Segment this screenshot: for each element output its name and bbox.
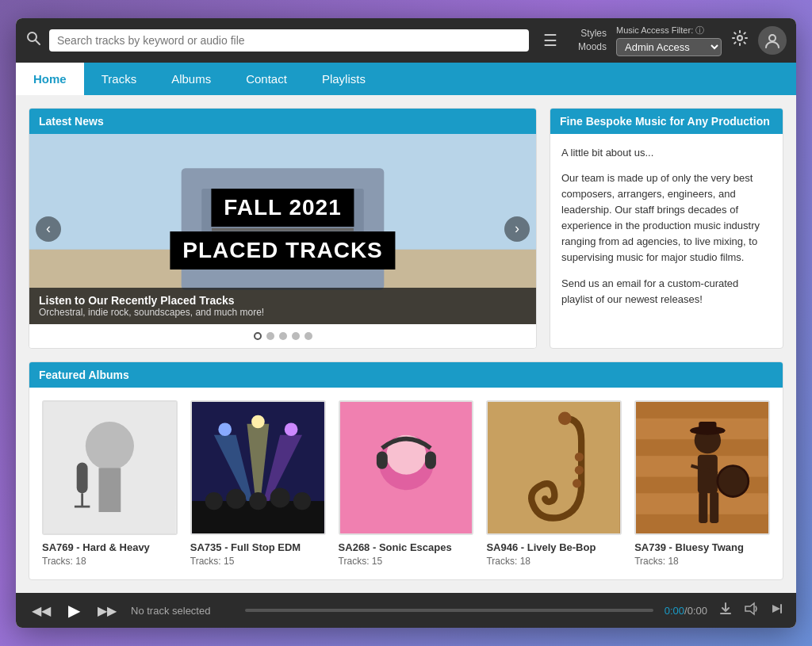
album-thumb-sa739 [634,400,770,536]
album-tracks-sa769: Tracks: 18 [42,556,178,567]
about-panel: Fine Bespoke Music for Any Production A … [550,108,783,349]
latest-news-header: Latest News [29,109,536,134]
svg-point-2 [737,36,742,40]
svg-point-40 [558,411,572,425]
slide-title-1: FALL 2021 [211,189,354,227]
svg-point-31 [249,492,266,510]
player-total-time: 0:00 [688,605,707,617]
player-volume-button[interactable] [744,602,758,620]
svg-point-32 [270,487,289,507]
album-tracks-sa735: Tracks: 15 [190,556,326,567]
access-filter-group: Music Access Filter: ⓘ Admin Access Stan… [616,25,722,56]
svg-rect-39 [488,402,620,534]
album-thumb-sa268 [339,400,474,536]
hamburger-button[interactable]: ☰ [537,28,564,53]
svg-point-16 [86,422,134,470]
latest-news-panel: Latest News [29,108,537,349]
svg-point-33 [293,492,311,510]
about-body1: Our team is made up of only the very bes… [561,170,772,266]
about-header: Fine Bespoke Music for Any Production [550,109,783,134]
slide-caption-sub: Orchestral, indie rock, soundscapes, and… [39,307,527,318]
player-skip-forward-button[interactable]: ▶▶ [94,602,120,620]
slide-next-button[interactable]: › [504,216,530,242]
nav-bar: Home Tracks Albums Contact Playlists [16,63,796,95]
album-tracks-sa946: Tracks: 18 [486,556,622,567]
album-thumb-sa769 [42,400,178,536]
about-intro: A little bit about us... [561,145,772,161]
svg-point-29 [205,492,222,510]
top-section: Latest News [29,108,783,349]
svg-rect-38 [425,451,436,468]
svg-point-30 [226,488,246,508]
settings-icon-button[interactable] [731,29,749,51]
player-play-button[interactable]: ▶ [65,599,83,621]
player-progress-bar[interactable] [245,609,653,612]
access-filter-label: Music Access Filter: ⓘ [616,25,704,36]
album-title-sa739: SA739 - Bluesy Twang [634,541,770,553]
svg-marker-61 [745,603,754,614]
svg-rect-59 [710,492,718,523]
album-card-sa268[interactable]: SA268 - Sonic Escapes Tracks: 15 [339,400,474,568]
nav-tracks[interactable]: Tracks [84,63,154,95]
featured-albums-header: Featured Albums [29,362,783,388]
nav-contact[interactable]: Contact [228,63,304,95]
about-body: A little bit about us... Our team is mad… [550,134,783,319]
featured-albums-panel: Featured Albums [29,361,783,581]
albums-grid: SA769 - Hard & Heavy Tracks: 18 [29,388,783,580]
album-thumb-sa735 [190,400,326,536]
album-tracks-sa268: Tracks: 15 [339,556,474,567]
moods-link[interactable]: Moods [578,41,607,52]
svg-rect-45 [636,402,768,419]
dot-5[interactable] [304,332,312,340]
album-title-sa946: SA946 - Lively Be-Bop [486,541,622,553]
nav-home[interactable]: Home [16,63,84,95]
dot-2[interactable] [266,332,274,340]
album-card-sa946[interactable]: SA946 - Lively Be-Bop Tracks: 18 [486,400,622,568]
svg-rect-37 [376,451,387,468]
album-tracks-sa739: Tracks: 18 [634,556,770,567]
album-title-sa769: SA769 - Hard & Heavy [42,541,178,553]
player-time-display: 0:00/0:00 [665,605,707,617]
svg-rect-60 [720,613,731,614]
dot-3[interactable] [279,332,287,340]
dot-4[interactable] [292,332,300,340]
album-title-sa735: SA735 - Full Stop EDM [190,541,326,553]
album-card-sa769[interactable]: SA769 - Hard & Heavy Tracks: 18 [42,400,178,568]
slideshow: FALL 2021 PLACED TRACKS ‹ › Listen to Ou… [29,134,536,324]
svg-point-42 [575,465,584,474]
svg-point-3 [769,35,776,41]
svg-point-43 [573,479,581,487]
player-skip-back-button[interactable]: ◀◀ [29,602,54,620]
styles-moods-links: Styles Moods [578,28,607,52]
player-bar: ◀◀ ▶ ▶▶ No track selected 0:00/0:00 [16,593,796,628]
search-input[interactable] [49,29,529,52]
styles-link[interactable]: Styles [580,28,607,39]
browser-window: ☰ Styles Moods Music Access Filter: ⓘ Ad… [16,18,796,629]
user-avatar-button[interactable] [758,26,787,55]
player-next-button[interactable] [769,602,783,620]
search-bar: ☰ Styles Moods Music Access Filter: ⓘ Ad… [16,18,796,63]
album-card-sa739[interactable]: SA739 - Bluesy Twang Tracks: 18 [634,400,770,568]
search-right-controls: Styles Moods Music Access Filter: ⓘ Admi… [578,25,787,56]
slide-overlay: FALL 2021 PLACED TRACKS [80,189,485,269]
svg-rect-18 [77,462,88,493]
album-thumb-sa946 [486,400,622,536]
svg-rect-54 [699,422,716,433]
album-card-sa735[interactable]: SA735 - Full Stop EDM Tracks: 15 [190,400,326,568]
svg-point-26 [251,415,265,428]
dot-1[interactable] [254,332,262,340]
player-track-label: No track selected [131,605,234,617]
svg-point-56 [718,465,749,496]
slide-caption-title: Listen to Our Recently Placed Tracks [39,294,527,307]
slide-title-2: PLACED TRACKS [170,231,396,269]
slide-prev-button[interactable]: ‹ [36,216,61,242]
svg-point-25 [218,422,232,436]
player-current-time: 0:00 [665,605,684,617]
nav-playlists[interactable]: Playlists [304,63,383,95]
search-icon [25,30,41,50]
player-download-button[interactable] [718,602,733,620]
nav-albums[interactable]: Albums [154,63,228,95]
slide-dots [29,324,536,348]
album-title-sa268: SA268 - Sonic Escapes [339,541,474,553]
access-filter-select[interactable]: Admin Access Standard Access Guest Acces… [616,38,722,56]
